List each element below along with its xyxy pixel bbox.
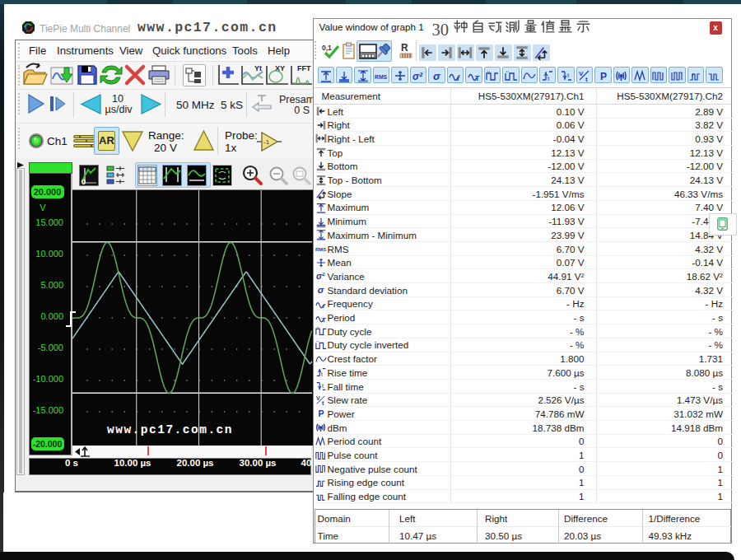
svg-text:R: R xyxy=(401,42,408,54)
svg-text:T: T xyxy=(475,74,480,82)
svg-text:-1: -1 xyxy=(263,138,270,146)
svg-text:t: t xyxy=(585,76,588,82)
svg-text:FFT: FFT xyxy=(297,64,311,72)
svg-text:f: f xyxy=(457,74,460,82)
svg-text:0,1: 0,1 xyxy=(322,44,332,52)
svg-text:Yt: Yt xyxy=(254,64,262,72)
svg-text:0: 0 xyxy=(82,178,86,185)
svg-text:t: t xyxy=(567,72,570,79)
svg-text:P: P xyxy=(600,71,607,82)
svg-text:RMS: RMS xyxy=(375,73,388,79)
svg-text:t: t xyxy=(548,75,550,82)
svg-text:σ: σ xyxy=(433,70,441,82)
svg-text:σ²: σ² xyxy=(412,71,423,82)
